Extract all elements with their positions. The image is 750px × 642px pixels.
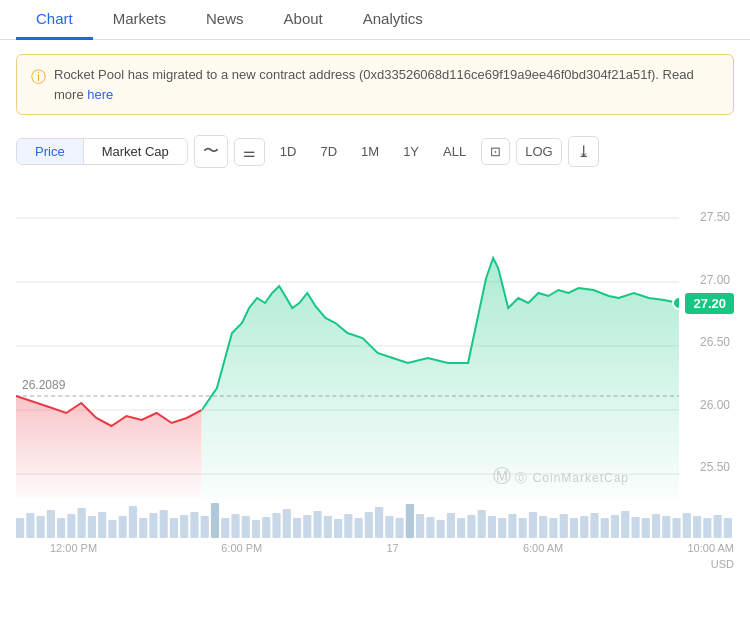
svg-rect-17 (98, 512, 106, 538)
svg-rect-47 (406, 504, 414, 538)
time-7d-button[interactable]: 7D (311, 138, 346, 165)
svg-rect-68 (621, 511, 629, 538)
x-label-4: 10:00 AM (687, 542, 733, 554)
svg-rect-60 (539, 516, 547, 538)
svg-rect-34 (272, 513, 280, 538)
candle-icon: ⚌ (243, 144, 256, 160)
svg-rect-38 (313, 511, 321, 538)
current-price-badge: 27.20 (685, 293, 734, 314)
download-icon: ⤓ (577, 142, 590, 161)
svg-rect-19 (119, 516, 127, 538)
svg-rect-48 (416, 514, 424, 538)
svg-rect-36 (293, 518, 301, 538)
svg-rect-35 (283, 509, 291, 538)
svg-rect-77 (713, 515, 721, 538)
svg-rect-45 (385, 516, 393, 538)
download-button[interactable]: ⤓ (568, 136, 599, 167)
svg-rect-22 (149, 513, 157, 538)
svg-rect-63 (570, 518, 578, 538)
x-label-2: 17 (386, 542, 398, 554)
svg-rect-73 (672, 518, 680, 538)
svg-rect-72 (662, 516, 670, 538)
svg-rect-30 (231, 514, 239, 538)
price-button[interactable]: Price (17, 139, 83, 164)
x-axis-labels: 12:00 PM 6:00 PM 17 6:00 AM 10:00 AM (0, 538, 750, 556)
time-all-button[interactable]: ALL (434, 138, 475, 165)
svg-rect-31 (242, 516, 250, 538)
x-label-1: 6:00 PM (221, 542, 262, 554)
svg-rect-50 (437, 520, 445, 538)
marketcap-button[interactable]: Market Cap (84, 139, 187, 164)
y-label-5: 25.50 (683, 460, 730, 474)
volume-bars (16, 498, 734, 538)
svg-rect-44 (375, 507, 383, 538)
toolbar: Price Market Cap 〜 ⚌ 1D 7D 1M 1Y ALL ⊡ L… (0, 129, 750, 178)
svg-rect-64 (580, 516, 588, 538)
tab-analytics[interactable]: Analytics (343, 0, 443, 40)
svg-rect-69 (631, 517, 639, 538)
svg-rect-42 (354, 518, 362, 538)
candle-chart-button[interactable]: ⚌ (234, 138, 265, 166)
svg-rect-66 (601, 518, 609, 538)
svg-rect-65 (590, 513, 598, 538)
y-label-4: 26.00 (683, 398, 730, 412)
svg-rect-53 (467, 515, 475, 538)
x-label-3: 6:00 AM (523, 542, 563, 554)
alert-text: Rocket Pool has migrated to a new contra… (54, 65, 719, 104)
svg-rect-9 (16, 518, 24, 538)
calendar-icon: ⊡ (490, 144, 501, 159)
chart-container: 26.2089 Ⓜ⓪ CoinMarketCap 27.50 27.00 26.… (16, 178, 734, 498)
y-label-1: 27.50 (683, 210, 730, 224)
svg-rect-62 (560, 514, 568, 538)
svg-rect-16 (88, 516, 96, 538)
svg-rect-33 (262, 517, 270, 538)
x-label-0: 12:00 PM (50, 542, 97, 554)
alert-link[interactable]: here (87, 87, 113, 102)
start-price-label: 26.2089 (22, 378, 65, 392)
time-1m-button[interactable]: 1M (352, 138, 388, 165)
svg-rect-11 (37, 516, 45, 538)
line-icon: 〜 (203, 141, 219, 162)
svg-rect-27 (201, 516, 209, 538)
svg-rect-55 (488, 516, 496, 538)
tab-chart[interactable]: Chart (16, 0, 93, 40)
calendar-button[interactable]: ⊡ (481, 138, 510, 165)
svg-rect-41 (344, 514, 352, 538)
tab-news[interactable]: News (186, 0, 264, 40)
svg-rect-13 (57, 518, 65, 538)
time-1d-button[interactable]: 1D (271, 138, 306, 165)
svg-rect-10 (26, 513, 34, 538)
svg-rect-61 (549, 518, 557, 538)
svg-rect-78 (724, 518, 732, 538)
svg-rect-70 (642, 518, 650, 538)
line-chart-button[interactable]: 〜 (194, 135, 228, 168)
svg-rect-49 (426, 517, 434, 538)
svg-rect-25 (180, 515, 188, 538)
svg-rect-15 (78, 508, 86, 538)
svg-rect-43 (365, 512, 373, 538)
price-marketcap-toggle: Price Market Cap (16, 138, 188, 165)
tab-markets[interactable]: Markets (93, 0, 186, 40)
svg-rect-46 (396, 518, 404, 538)
alert-icon: ⓘ (31, 66, 46, 89)
svg-rect-37 (303, 515, 311, 538)
y-label-3: 26.50 (683, 335, 730, 349)
tab-about[interactable]: About (264, 0, 343, 40)
svg-rect-51 (447, 513, 455, 538)
currency-label: USD (0, 558, 750, 570)
log-button[interactable]: LOG (516, 138, 561, 165)
svg-rect-52 (457, 518, 465, 538)
svg-rect-54 (478, 510, 486, 538)
svg-rect-24 (170, 518, 178, 538)
price-chart-svg (16, 178, 679, 498)
y-axis-labels: 27.50 27.00 26.50 26.00 25.50 (679, 178, 734, 498)
time-1y-button[interactable]: 1Y (394, 138, 428, 165)
svg-rect-29 (221, 518, 229, 538)
svg-rect-18 (108, 520, 116, 538)
svg-rect-59 (529, 512, 537, 538)
svg-rect-57 (508, 514, 516, 538)
svg-rect-71 (652, 514, 660, 538)
svg-rect-14 (67, 514, 75, 538)
nav-tabs: Chart Markets News About Analytics (0, 0, 750, 40)
svg-rect-32 (252, 520, 260, 538)
